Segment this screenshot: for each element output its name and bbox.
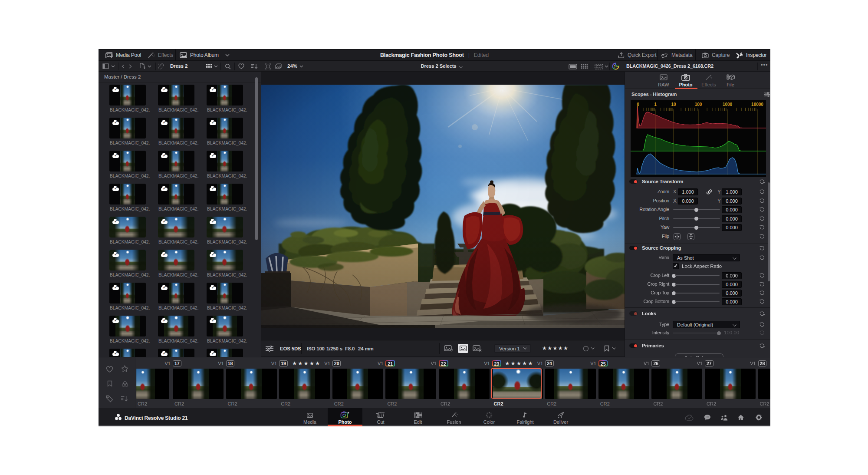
svg-text:1: 1 [654, 102, 657, 107]
svg-text:10000: 10000 [751, 102, 763, 107]
svg-text:100: 100 [695, 102, 702, 107]
svg-text:10: 10 [671, 102, 676, 107]
svg-text:1000: 1000 [723, 102, 733, 107]
svg-text:0: 0 [637, 102, 639, 107]
